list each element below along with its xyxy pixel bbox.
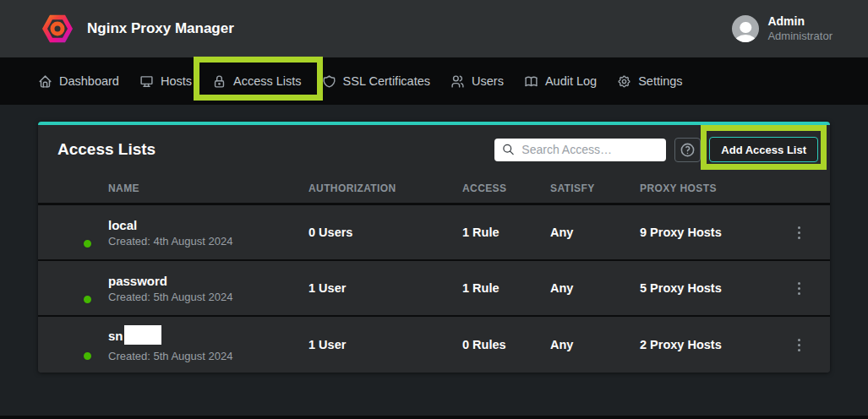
- status-dot: [82, 238, 93, 249]
- created-date: Created: 5th August 2024: [108, 291, 308, 303]
- nav-item-users[interactable]: Users: [440, 57, 514, 105]
- shield-icon: [322, 74, 336, 89]
- search-icon: [502, 144, 515, 156]
- add-access-list-button[interactable]: Add Access List: [709, 137, 818, 162]
- users-icon: [450, 74, 465, 89]
- column-header-access: ACCESS: [462, 182, 550, 194]
- monitor-icon: [139, 74, 154, 89]
- nav-label: Hosts: [161, 74, 192, 88]
- search-input[interactable]: [494, 139, 666, 161]
- app-header: Nginx Proxy Manager Admin Administrator: [0, 0, 868, 57]
- row-menu-button[interactable]: [793, 277, 805, 300]
- user-avatar: [732, 15, 759, 42]
- access-list-avatar: [60, 329, 92, 361]
- table-row[interactable]: local Created: 4th August 2024 0 Users 1…: [38, 205, 830, 261]
- created-date: Created: 5th August 2024: [108, 350, 308, 362]
- main-nav: Dashboard Hosts Access Lists SSL Certifi…: [0, 57, 868, 105]
- created-date: Created: 4th August 2024: [108, 235, 308, 248]
- nav-label: Dashboard: [59, 74, 119, 88]
- access-lists-panel: Access Lists Add Access List NAME AUTHOR…: [38, 122, 830, 373]
- proxy-hosts-cell: 5 Proxy Hosts: [640, 281, 767, 295]
- nav-item-hosts[interactable]: Hosts: [129, 57, 202, 105]
- user-name: Admin: [767, 14, 833, 30]
- nav-item-audit-log[interactable]: Audit Log: [514, 57, 607, 105]
- home-icon: [38, 74, 52, 89]
- satisfy-cell: Any: [550, 281, 640, 295]
- satisfy-cell: Any: [550, 226, 640, 239]
- column-header-proxy-hosts: PROXY HOSTS: [640, 182, 767, 194]
- panel-header: Access Lists Add Access List: [38, 125, 830, 174]
- authorization-cell: 0 Users: [308, 226, 462, 239]
- status-dot: [82, 351, 93, 362]
- nav-item-ssl-certificates[interactable]: SSL Certificates: [312, 57, 440, 105]
- lock-icon: [212, 74, 227, 89]
- access-cell: 1 Rule: [462, 226, 550, 239]
- table-header: NAME AUTHORIZATION ACCESS SATISFY PROXY …: [38, 174, 830, 205]
- nav-label: SSL Certificates: [343, 74, 430, 88]
- access-list-avatar: [60, 272, 92, 304]
- user-role: Administrator: [767, 30, 833, 43]
- question-circle-icon: [680, 142, 696, 158]
- access-list-avatar: [60, 216, 92, 248]
- table-row[interactable]: sn Created: 5th August 2024 1 User 0 Rul…: [38, 317, 830, 373]
- authorization-cell: 1 User: [308, 281, 462, 295]
- search-box: [494, 139, 666, 161]
- access-list-name: local: [108, 218, 137, 232]
- authorization-cell: 1 User: [308, 338, 462, 351]
- column-header-authorization: AUTHORIZATION: [308, 182, 462, 194]
- nav-label: Settings: [638, 74, 682, 88]
- satisfy-cell: Any: [550, 338, 640, 351]
- table-row[interactable]: password Created: 5th August 2024 1 User…: [38, 261, 830, 317]
- proxy-hosts-cell: 2 Proxy Hosts: [640, 338, 767, 351]
- nav-item-settings[interactable]: Settings: [607, 57, 692, 105]
- help-button[interactable]: [674, 138, 701, 162]
- access-list-name: sn: [108, 329, 123, 343]
- gear-icon: [617, 74, 631, 89]
- proxy-hosts-cell: 9 Proxy Hosts: [640, 226, 767, 239]
- nav-label: Users: [472, 74, 504, 88]
- nav-label: Access Lists: [233, 74, 302, 88]
- access-cell: 0 Rules: [462, 338, 550, 351]
- access-list-name: password: [108, 274, 167, 288]
- page-title: Access Lists: [57, 140, 156, 159]
- brand: Nginx Proxy Manager: [42, 14, 234, 44]
- page-content: Access Lists Add Access List NAME AUTHOR…: [0, 105, 868, 373]
- nav-label: Audit Log: [545, 74, 597, 88]
- bottom-edge: [0, 416, 868, 419]
- status-dot: [82, 294, 93, 305]
- user-menu[interactable]: Admin Administrator: [732, 14, 833, 43]
- app-title: Nginx Proxy Manager: [87, 20, 234, 37]
- row-menu-button[interactable]: [793, 334, 805, 356]
- nav-item-access-lists[interactable]: Access Lists: [202, 57, 312, 105]
- column-header-name: NAME: [108, 182, 308, 194]
- access-cell: 1 Rule: [462, 281, 550, 295]
- column-header-satisfy: SATISFY: [550, 182, 640, 194]
- app-logo-icon: [42, 14, 73, 44]
- redaction-box: [124, 325, 161, 345]
- nav-item-dashboard[interactable]: Dashboard: [28, 57, 129, 105]
- row-menu-button[interactable]: [793, 221, 805, 244]
- book-icon: [524, 74, 538, 89]
